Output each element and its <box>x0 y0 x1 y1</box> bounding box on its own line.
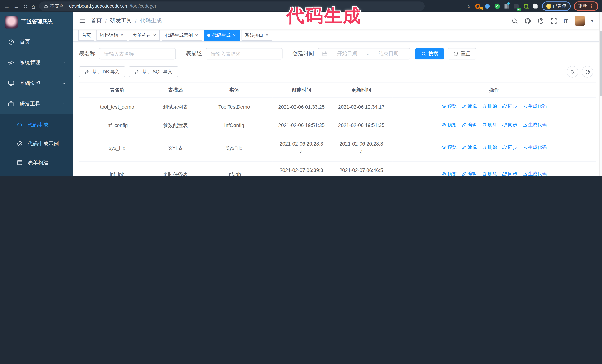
sidebar-subitem-2[interactable]: 代码生成示例 <box>0 134 73 153</box>
home-icon[interactable]: ⌂ <box>32 3 35 9</box>
sidebar-subitem-4[interactable]: 系统接口 <box>0 172 73 176</box>
breadcrumb-dev-tools[interactable]: 研发工具 <box>110 17 132 24</box>
reset-button[interactable]: 重置 <box>448 48 476 59</box>
avatar[interactable] <box>575 16 585 26</box>
import-db-button[interactable]: 基于 DB 导入 <box>79 66 125 77</box>
update-chip[interactable]: 更新 ⋮ <box>574 1 598 11</box>
profile-paused-chip[interactable]: 已暂停 <box>542 1 570 11</box>
generate-code-link[interactable]: 生成代码 <box>522 170 547 176</box>
sidebar-item-label: 系统管理 <box>20 59 40 66</box>
extension-gem-icon[interactable] <box>484 3 491 9</box>
tab-label: 首页 <box>82 32 91 39</box>
tab-label: 系统接口 <box>245 32 263 39</box>
delete-link[interactable]: 删除 <box>482 121 497 129</box>
sidebar-item-4[interactable]: 研发工具 <box>0 94 73 114</box>
tab-3[interactable]: 表单构建 ✕ <box>129 30 160 41</box>
date-range-picker[interactable]: 开始日期 - 结束日期 <box>318 48 410 59</box>
breadcrumb-home[interactable]: 首页 <box>91 17 102 24</box>
sidebar-subitem-1[interactable]: 代码生成 <box>0 115 73 135</box>
tab-1[interactable]: 首页 <box>78 30 95 41</box>
delete-link[interactable]: 删除 <box>482 102 497 110</box>
preview-link[interactable]: 预览 <box>441 144 457 151</box>
search-button-label: 搜索 <box>429 51 438 57</box>
extension-orange-icon[interactable]: 1 <box>475 3 481 9</box>
close-icon[interactable]: ✕ <box>232 33 236 38</box>
gear-icon <box>8 59 14 65</box>
star-icon[interactable]: ☆ <box>466 3 471 9</box>
delete-link[interactable]: 删除 <box>482 170 497 176</box>
table-row: tool_test_demo 测试示例表 ToolTestDemo 2021-0… <box>79 98 596 116</box>
close-icon[interactable]: ✕ <box>153 33 156 38</box>
security-warning[interactable]: 不安全 <box>44 3 64 9</box>
search-button[interactable]: 搜索 <box>416 48 444 59</box>
refresh-table-button[interactable] <box>582 66 593 78</box>
tab-4[interactable]: 代码生成示例 ✕ <box>162 30 202 41</box>
eye-icon <box>441 104 446 109</box>
eye-icon <box>441 172 446 176</box>
col-entity: 实体 <box>196 83 273 98</box>
toolbox-icon <box>8 101 14 107</box>
back-icon[interactable]: ← <box>4 3 10 9</box>
tab-5[interactable]: 代码生成 ✕ <box>204 30 239 41</box>
delete-icon <box>482 123 487 127</box>
edit-link[interactable]: 编辑 <box>462 102 477 110</box>
extension-columns-icon[interactable] <box>504 3 510 9</box>
sidebar-item-label: 基础设施 <box>20 80 40 87</box>
help-icon[interactable] <box>537 17 544 24</box>
reload-icon[interactable]: ↻ <box>23 3 28 9</box>
generate-code-link[interactable]: 生成代码 <box>522 102 547 110</box>
sync-link[interactable]: 同步 <box>502 121 517 129</box>
hamburger-icon[interactable] <box>79 17 86 24</box>
edit-link[interactable]: 编辑 <box>462 121 477 129</box>
font-size-icon[interactable]: tT <box>563 18 568 23</box>
address-bar[interactable]: 不安全 dashboard.yudao.iocoder.cn/tool/code… <box>39 1 425 11</box>
sidebar-item-label: 研发工具 <box>20 101 40 107</box>
sidebar-item-1[interactable]: 首页 <box>0 31 73 52</box>
generate-code-link[interactable]: 生成代码 <box>522 144 547 151</box>
edit-link[interactable]: 编辑 <box>462 144 477 151</box>
sidebar-subitem-3[interactable]: 表单构建 <box>0 153 73 172</box>
close-icon[interactable]: ✕ <box>265 33 269 38</box>
calendar-icon <box>322 51 327 56</box>
edit-link[interactable]: 编辑 <box>462 170 477 176</box>
table-row: inf_job 定时任务表 InfJob 2021-02-07 06:39:34… <box>79 161 596 176</box>
edit-icon <box>462 123 466 127</box>
preview-link[interactable]: 预览 <box>441 170 457 176</box>
preview-link[interactable]: 预览 <box>441 102 457 110</box>
search-icon[interactable] <box>511 17 518 24</box>
table-name-input[interactable] <box>99 48 176 59</box>
close-icon[interactable]: ✕ <box>120 33 124 38</box>
preview-link[interactable]: 预览 <box>441 121 457 129</box>
close-icon[interactable]: ✕ <box>195 33 198 38</box>
extension-green-check-icon[interactable]: ✓ <box>494 3 500 9</box>
fullscreen-icon[interactable] <box>550 17 557 24</box>
divider <box>66 4 66 9</box>
sync-link[interactable]: 同步 <box>502 102 517 110</box>
forward-icon[interactable]: → <box>13 3 19 9</box>
table-desc-input[interactable] <box>206 48 283 59</box>
chevron-down-icon[interactable]: ▾ <box>591 19 593 23</box>
extension-key-icon[interactable] <box>523 3 529 9</box>
sync-link[interactable]: 同步 <box>502 170 517 176</box>
col-table-name: 表名称 <box>79 83 155 98</box>
extension-puzzle-icon[interactable] <box>532 3 538 9</box>
sidebar-item-2[interactable]: 系统管理 <box>0 52 73 73</box>
tab-6[interactable]: 系统接口 ✕ <box>241 30 272 41</box>
sync-link[interactable]: 同步 <box>502 144 517 151</box>
toggle-search-button[interactable] <box>567 66 578 78</box>
extension-on-icon[interactable]: on <box>513 3 519 9</box>
breadcrumb-separator: / <box>105 18 107 24</box>
delete-link[interactable]: 删除 <box>482 144 497 151</box>
sidebar-item-3[interactable]: 基础设施 <box>0 73 73 94</box>
scrollbar-track[interactable] <box>599 12 602 176</box>
dashboard-icon <box>8 39 14 45</box>
create-time-cell: 2021-02-06 19:51:35 <box>273 116 330 135</box>
import-sql-button[interactable]: 基于 SQL 导入 <box>129 66 178 77</box>
scrollbar-thumb[interactable] <box>600 31 602 96</box>
github-icon[interactable] <box>524 17 531 24</box>
tab-2[interactable]: 链路追踪 ✕ <box>96 30 127 41</box>
app-header: 首页 / 研发工具 / 代码生成 tT ▾ <box>73 12 599 29</box>
menu-dots-icon[interactable]: ⋮ <box>589 3 594 9</box>
download-icon <box>522 123 527 127</box>
generate-code-link[interactable]: 生成代码 <box>522 121 547 129</box>
